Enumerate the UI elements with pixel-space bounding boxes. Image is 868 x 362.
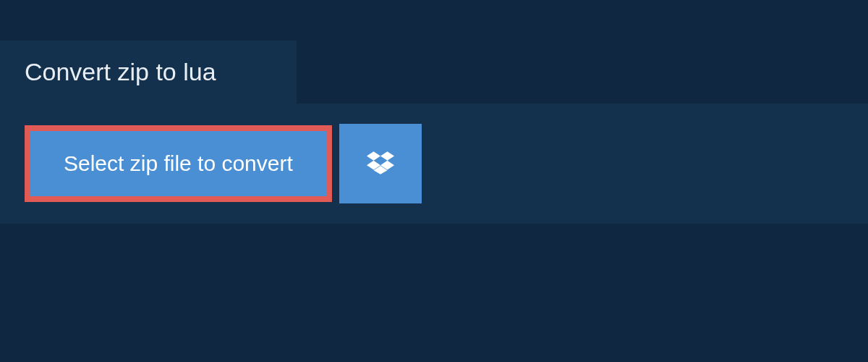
action-panel: Select zip file to convert: [0, 104, 868, 224]
select-file-label: Select zip file to convert: [64, 151, 293, 176]
page-title: Convert zip to lua: [25, 58, 216, 85]
dropbox-icon: [367, 149, 394, 179]
select-file-button[interactable]: Select zip file to convert: [25, 125, 332, 202]
page-title-tab: Convert zip to lua: [0, 41, 297, 104]
dropbox-source-button[interactable]: [339, 124, 422, 203]
